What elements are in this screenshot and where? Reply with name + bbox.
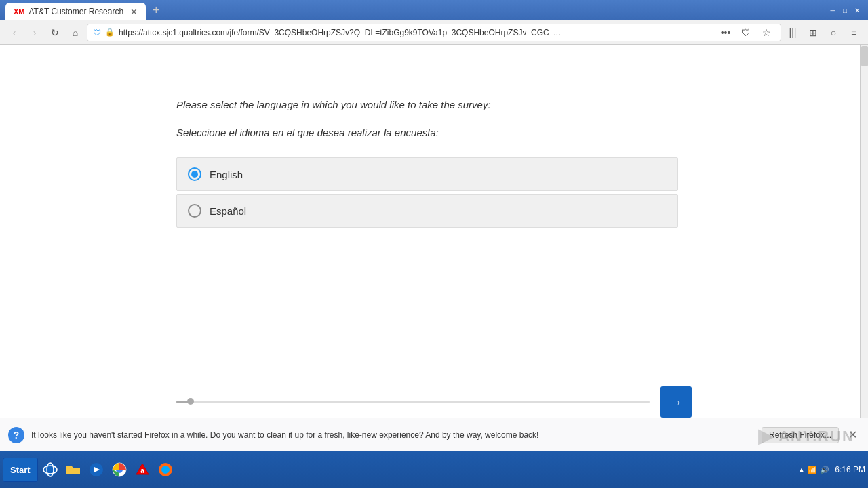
close-button[interactable]: ✕	[852, 5, 863, 16]
minimize-button[interactable]: ─	[827, 5, 838, 16]
option-spanish-label: Español	[210, 205, 246, 217]
restore-button[interactable]: □	[840, 5, 850, 16]
layout-icon[interactable]: ⊞	[804, 24, 822, 41]
bookmark-star-icon[interactable]: ☆	[757, 24, 775, 41]
question-text-spanish: Seleccione el idioma en el que desea rea…	[176, 127, 439, 138]
tab-close-button[interactable]: ✕	[130, 7, 138, 17]
taskbar-right: ▲ 📶 🔊 6:16 PM	[797, 465, 865, 474]
new-tab-button[interactable]: +	[153, 3, 160, 18]
option-spanish[interactable]: Español	[176, 194, 678, 228]
tray-arrow[interactable]: ▲	[797, 466, 805, 474]
taskbar-clock: 6:16 PM	[835, 465, 865, 474]
system-tray-icons: ▲ 📶 🔊	[797, 466, 829, 474]
shield-icon: 🛡	[93, 28, 101, 37]
taskbar: Start a ▲ 📶 🔊 6:16 PM	[0, 451, 868, 488]
svg-text:a: a	[140, 467, 144, 474]
bookmarks-icon[interactable]: |||	[784, 24, 802, 41]
bottom-section: →	[0, 386, 868, 418]
svg-point-0	[43, 463, 57, 476]
page-content: Please select the language in which you …	[0, 45, 868, 418]
back-button[interactable]: ‹	[5, 24, 23, 41]
forward-button[interactable]: ›	[26, 24, 43, 41]
more-options-button[interactable]: •••	[717, 24, 734, 41]
address-bar-icons: ••• 🛡 ☆	[717, 24, 775, 41]
window-controls: ─ □ ✕	[827, 5, 863, 16]
start-label: Start	[10, 465, 31, 475]
watermark-arrow-icon: ▶	[758, 425, 774, 447]
xm-logo-icon: XM	[14, 7, 25, 16]
option-english[interactable]: English	[176, 157, 678, 191]
taskbar-wmp-icon[interactable]	[85, 459, 107, 481]
anyrun-watermark: ▶ ANY.RUN	[758, 425, 854, 447]
watermark-text: ANY.RUN	[778, 428, 854, 445]
scrollbar-thumb[interactable]	[861, 46, 868, 66]
refresh-button[interactable]: ↻	[46, 24, 64, 41]
notification-bar: ? It looks like you haven't started Fire…	[0, 418, 868, 451]
start-button[interactable]: Start	[3, 458, 38, 482]
browser-navbar: ‹ › ↻ ⌂ 🛡 🔒 https://attcx.sjc1.qualtrics…	[0, 20, 868, 45]
radio-spanish[interactable]	[188, 204, 201, 218]
home-button[interactable]: ⌂	[66, 24, 84, 41]
taskbar-avast-icon[interactable]: a	[132, 459, 153, 481]
shield-check-icon[interactable]: 🛡	[737, 24, 755, 41]
taskbar-folder-icon[interactable]	[62, 459, 84, 481]
address-bar[interactable]: 🛡 🔒 https://attcx.sjc1.qualtrics.com/jfe…	[87, 24, 781, 41]
notification-text: It looks like you haven't started Firefo…	[31, 430, 755, 440]
progress-dot	[187, 398, 194, 405]
menu-icon[interactable]: ≡	[845, 24, 863, 41]
browser-tab[interactable]: XM AT&T Customer Research ✕	[5, 3, 146, 20]
account-icon[interactable]: ○	[825, 24, 842, 41]
svg-point-10	[161, 466, 170, 474]
question-text-english: Please select the language in which you …	[176, 99, 491, 110]
taskbar-chrome-icon[interactable]	[108, 459, 130, 481]
tray-volume-icon: 🔊	[820, 466, 829, 474]
notification-icon: ?	[8, 427, 24, 443]
taskbar-firefox-icon[interactable]	[155, 459, 176, 481]
option-english-label: English	[210, 169, 243, 180]
progress-bar	[176, 401, 650, 403]
tab-title: AT&T Customer Research	[29, 7, 124, 16]
lock-icon: 🔒	[105, 28, 115, 37]
browser-titlebar: XM AT&T Customer Research ✕ + ─ □ ✕	[0, 0, 868, 20]
radio-english[interactable]	[188, 167, 201, 181]
next-button[interactable]: →	[660, 386, 692, 418]
tray-network-icon: 📶	[808, 466, 817, 474]
url-text: https://attcx.sjc1.qualtrics.com/jfe/for…	[119, 28, 710, 37]
taskbar-ie-icon[interactable]	[39, 459, 61, 481]
